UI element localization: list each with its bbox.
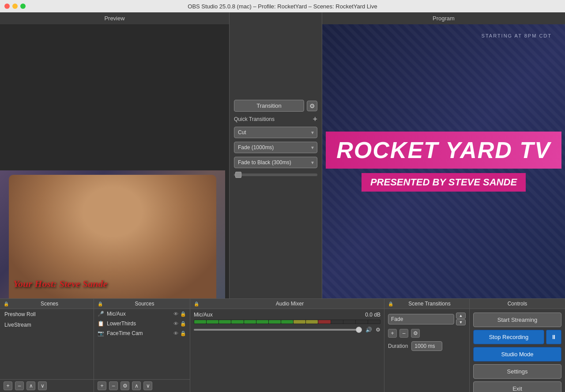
source-facetime-label: FaceTime Cam — [107, 330, 171, 336]
st-duration-label: Duration — [388, 343, 408, 349]
scene-item-preshow[interactable]: Preshow Roll — [0, 309, 94, 320]
scene-transitions-content: Fade Cut ▲ ▼ + – ⚙ Duration — [384, 309, 469, 392]
meter-seg — [331, 320, 343, 324]
source-remove-button[interactable]: – — [109, 381, 118, 390]
preview-header: Preview — [0, 12, 229, 24]
audio-meter — [194, 320, 380, 324]
program-title-banner: ROCKET YARD TV — [326, 132, 561, 169]
exit-button[interactable]: Exit — [473, 381, 561, 392]
scene-remove-button[interactable]: – — [15, 381, 24, 390]
audio-channel-level: 0.0 dB — [365, 312, 380, 318]
meter-seg — [256, 320, 268, 324]
source-micaux-lock[interactable]: 🔒 — [180, 311, 186, 317]
source-lowerthirds-lock[interactable]: 🔒 — [180, 321, 186, 327]
pause-recording-button[interactable]: ⏸ — [546, 330, 561, 344]
traffic-lights — [4, 4, 26, 9]
meter-seg — [269, 320, 281, 324]
source-lowerthirds-eye[interactable]: 👁 — [173, 321, 178, 327]
volume-slider[interactable] — [194, 329, 362, 331]
audio-panel: 🔒 Audio Mixer Mic/Aux 0.0 dB — [190, 299, 384, 392]
source-up-button[interactable]: ∧ — [132, 381, 141, 390]
meter-seg — [281, 320, 293, 324]
st-duration-input[interactable] — [411, 341, 442, 351]
controls-panel: Controls Start Streaming Stop Recording … — [470, 299, 565, 392]
stop-recording-button[interactable]: Stop Recording — [473, 330, 544, 344]
studio-mode-button[interactable]: Studio Mode — [473, 347, 561, 362]
window-title: OBS Studio 25.0.8 (mac) – Profile: Rocke… — [188, 3, 377, 10]
audio-settings-icon[interactable]: ⚙ — [376, 327, 380, 333]
st-dropdown-row: Fade Cut ▲ ▼ — [388, 313, 466, 325]
stop-recording-row: Stop Recording ⏸ — [473, 330, 561, 344]
main-area: Preview Your Host: Steve Sande Transitio… — [0, 12, 565, 298]
meter-seg — [306, 320, 318, 324]
scenes-lock-icon: 🔒 — [4, 302, 9, 306]
audio-channel-micaux: Mic/Aux 0.0 dB — [190, 309, 384, 392]
source-item-lowerthirds: 📋 LowerThirds 👁 🔒 — [94, 319, 190, 328]
maximize-button[interactable] — [20, 4, 26, 9]
transition-panel: Transition ⚙ Quick Transitions + Cut ▼ F… — [230, 12, 322, 298]
meter-seg — [343, 320, 355, 324]
scene-add-button[interactable]: + — [4, 381, 12, 390]
st-spinner-up[interactable]: ▲ — [456, 313, 466, 319]
mute-icon[interactable]: 🔊 — [365, 327, 372, 333]
meter-seg — [244, 320, 256, 324]
volume-thumb — [356, 327, 362, 333]
meter-segments — [194, 320, 380, 324]
source-micaux-eye[interactable]: 👁 — [173, 311, 178, 317]
audio-panel-title-bar: 🔒 Audio Mixer — [190, 299, 384, 309]
settings-button[interactable]: Settings — [473, 364, 561, 379]
source-settings-button[interactable]: ⚙ — [121, 381, 129, 390]
sources-panel-title: Sources — [135, 301, 154, 307]
scene-up-button[interactable]: ∧ — [26, 381, 35, 390]
transition-button[interactable]: Transition — [234, 100, 304, 112]
st-spinner-down[interactable]: ▼ — [456, 319, 466, 325]
facetime-icon: 📷 — [98, 330, 104, 336]
add-quick-transition-button[interactable]: + — [313, 115, 317, 123]
transition-slider[interactable] — [234, 173, 317, 176]
preview-content: Your Host: Steve Sande — [0, 24, 229, 298]
scenes-list: Preshow Roll LiveStream — [0, 309, 94, 379]
scenes-bottom-bar: + – ∧ ∨ — [0, 379, 94, 392]
sources-panel: 🔒 Sources 🎤 Mic/Aux 👁 🔒 📋 LowerThirds 👁 … — [94, 299, 190, 392]
scene-down-button[interactable]: ∨ — [38, 381, 47, 390]
source-item-micaux: 🎤 Mic/Aux 👁 🔒 — [94, 309, 190, 319]
minimize-button[interactable] — [12, 4, 18, 9]
sources-panel-title-bar: 🔒 Sources — [94, 299, 190, 309]
close-button[interactable] — [4, 4, 10, 9]
fade-dropdown[interactable]: Fade (1000ms) — [234, 142, 317, 153]
fade-dropdown-wrapper[interactable]: Fade (1000ms) ▼ — [234, 142, 317, 153]
meter-seg — [368, 320, 380, 324]
source-lowerthirds-label: LowerThirds — [107, 320, 171, 327]
controls-content: Start Streaming Stop Recording ⏸ Studio … — [470, 309, 565, 392]
audio-lock-icon: 🔒 — [194, 302, 199, 306]
source-down-button[interactable]: ∨ — [143, 381, 152, 390]
meter-seg — [207, 320, 218, 324]
program-starting-text: STARTING AT 8PM CDT — [482, 33, 552, 38]
source-facetime-eye[interactable]: 👁 — [173, 331, 178, 336]
st-lock-icon: 🔒 — [388, 302, 393, 306]
fade-black-dropdown[interactable]: Fade to Black (300ms) — [234, 157, 317, 168]
start-streaming-button[interactable]: Start Streaming — [473, 313, 561, 327]
mic-icon: 🎤 — [98, 311, 104, 317]
st-remove-button[interactable]: – — [399, 329, 408, 338]
st-settings-button[interactable]: ⚙ — [411, 329, 420, 338]
st-add-button[interactable]: + — [388, 329, 397, 338]
source-add-button[interactable]: + — [98, 381, 106, 390]
transition-settings-button[interactable]: ⚙ — [307, 101, 317, 111]
fade-black-dropdown-wrapper[interactable]: Fade to Black (300ms) ▼ — [234, 157, 317, 168]
scene-item-livestream[interactable]: LiveStream — [0, 320, 94, 330]
scenes-panel-title: Scenes — [41, 301, 58, 307]
cut-dropdown[interactable]: Cut — [234, 127, 317, 138]
preview-panel: Preview Your Host: Steve Sande — [0, 12, 230, 298]
program-background: STARTING AT 8PM CDT ROCKET YARD TV PRESE… — [322, 24, 565, 298]
source-facetime-lock[interactable]: 🔒 — [180, 331, 186, 336]
lower-thirds-icon: 📋 — [98, 320, 104, 327]
scene-transition-dropdown[interactable]: Fade Cut — [388, 314, 454, 324]
cut-dropdown-wrapper[interactable]: Cut ▼ — [234, 127, 317, 138]
program-title-text: ROCKET YARD TV — [336, 137, 550, 163]
st-duration-row: Duration — [388, 341, 466, 351]
source-item-facetime: 📷 FaceTime Cam 👁 🔒 — [94, 328, 190, 338]
meter-seg — [194, 320, 206, 324]
bottom-area: 🔒 Scenes Preshow Roll LiveStream + – ∧ ∨… — [0, 298, 565, 392]
sources-bottom-bar: + – ⚙ ∧ ∨ — [94, 379, 190, 392]
